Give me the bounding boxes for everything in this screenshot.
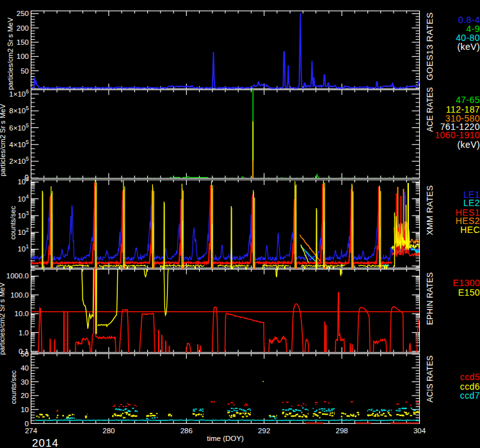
svg-text:1.0: 1.0	[19, 329, 29, 337]
svg-text:10.0: 10.0	[15, 310, 29, 317]
svg-text:(keV): (keV)	[458, 140, 480, 150]
svg-text:50: 50	[20, 67, 29, 75]
svg-text:1000.0: 1000.0	[6, 272, 29, 280]
svg-text:40: 40	[20, 364, 29, 372]
svg-text:ACE RATES: ACE RATES	[426, 87, 435, 132]
svg-text:100.0: 100.0	[10, 291, 29, 299]
svg-text:XMM RATES: XMM RATES	[425, 185, 435, 235]
svg-text:286: 286	[180, 427, 193, 435]
svg-text:GOES13 RATES: GOES13 RATES	[425, 12, 435, 81]
svg-text:particles/cm2 Sr s MeV: particles/cm2 Sr s MeV	[0, 282, 6, 355]
svg-text:30: 30	[20, 378, 29, 386]
svg-text:10: 10	[20, 406, 29, 413]
svg-text:50: 50	[20, 350, 29, 358]
svg-text:200: 200	[17, 24, 29, 32]
svg-text:280: 280	[102, 427, 115, 435]
svg-text:0: 0	[25, 420, 29, 428]
svg-text:2014: 2014	[32, 437, 59, 448]
svg-text:20: 20	[20, 392, 29, 399]
svg-text:292: 292	[258, 427, 270, 435]
svg-text:ccd7: ccd7	[460, 390, 480, 401]
svg-text:100: 100	[17, 52, 29, 60]
svg-text:250: 250	[17, 10, 29, 17]
svg-text:counts/sec: counts/sec	[9, 205, 17, 239]
svg-text:E150: E150	[458, 287, 480, 298]
svg-text:EPHIN RATES: EPHIN RATES	[426, 272, 435, 324]
svg-text:counts/sec: counts/sec	[10, 370, 17, 404]
svg-text:150: 150	[17, 38, 29, 46]
svg-text:47-65: 47-65	[456, 95, 480, 105]
svg-text:(keV): (keV)	[458, 42, 480, 52]
svg-text:E1300: E1300	[453, 278, 480, 288]
svg-text:particles/cm2 Sr s MeV: particles/cm2 Sr s MeV	[0, 104, 6, 177]
svg-text:304: 304	[413, 427, 426, 435]
svg-text:HEC: HEC	[460, 225, 480, 235]
svg-text:274: 274	[25, 427, 38, 435]
svg-text:time (DOY): time (DOY)	[207, 435, 244, 442]
svg-text:ACIS RATES: ACIS RATES	[426, 355, 435, 402]
svg-text:particles/cm2 Sr s MeV: particles/cm2 Sr s MeV	[6, 17, 14, 90]
svg-text:298: 298	[336, 427, 348, 435]
